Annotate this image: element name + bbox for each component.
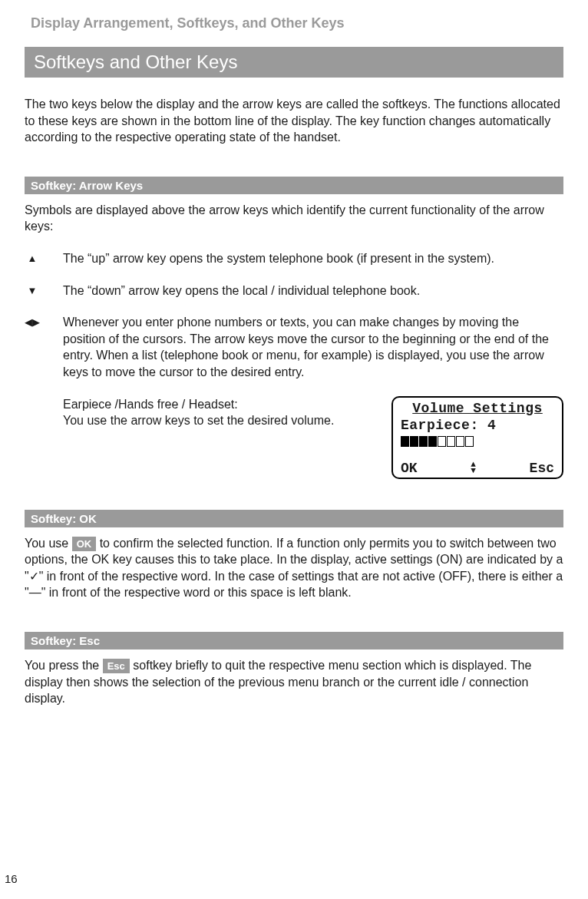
volume-bar-segment: [428, 436, 437, 447]
arrow-leftright-text: Whenever you enter phone numbers or text…: [63, 314, 563, 380]
ok-key-chip: OK: [72, 537, 97, 552]
volume-text: Earpiece /Hands free / Headset: You use …: [63, 396, 368, 479]
page-header-title: Display Arrangement, Softkeys, and Other…: [31, 15, 563, 31]
arrow-item-up: ▲ The “up” arrow key opens the system te…: [25, 250, 563, 267]
ok-heading: Softkey: OK: [25, 510, 563, 527]
volume-line2: You use the arrow keys to set the desire…: [63, 414, 334, 427]
esc-key-chip: Esc: [103, 659, 130, 674]
volume-row: Earpiece /Hands free / Headset: You use …: [25, 396, 563, 479]
volume-bar-segment: [419, 436, 428, 447]
ok-post-text: to confirm the selected function. If a f…: [25, 537, 563, 600]
intro-paragraph: The two keys below the display and the a…: [25, 96, 563, 146]
arrow-down-icon: ▼: [25, 283, 40, 296]
arrow-item-down: ▼ The “down” arrow key opens the local /…: [25, 283, 563, 299]
lcd-title: Volume Settings: [393, 401, 562, 416]
ok-pre-text: You use: [25, 537, 72, 550]
arrow-down-text: The “down” arrow key opens the local / i…: [63, 283, 563, 299]
page-number: 16: [5, 872, 18, 885]
arrow-keys-intro: Symbols are displayed above the arrow ke…: [25, 202, 563, 235]
lcd-display: Volume Settings Earpiece: 4 OK ▲▼ Esc: [391, 396, 563, 479]
arrow-leftright-icon: ◀▶: [25, 314, 40, 328]
main-heading: Softkeys and Other Keys: [25, 47, 563, 78]
lcd-updown-icon: ▲▼: [471, 462, 476, 474]
lcd-line-earpiece: Earpiece: 4: [393, 418, 562, 433]
volume-bar-segment: [401, 436, 409, 447]
arrow-up-text: The “up” arrow key opens the system tele…: [63, 250, 563, 267]
esc-paragraph: You press the Esc softkey briefly to qui…: [25, 657, 563, 707]
volume-bar-segment: [410, 436, 418, 447]
lcd-softkey-row: OK ▲▼ Esc: [393, 461, 562, 476]
esc-pre-text: You press the: [25, 659, 103, 672]
esc-heading: Softkey: Esc: [25, 632, 563, 649]
volume-bar-segment: [465, 436, 474, 447]
volume-bar-segment: [447, 436, 455, 447]
volume-line1: Earpiece /Hands free / Headset:: [63, 398, 238, 411]
arrow-up-icon: ▲: [25, 250, 40, 264]
arrow-keys-heading: Softkey: Arrow Keys: [25, 177, 563, 194]
lcd-volume-bars: [393, 436, 562, 447]
volume-bar-segment: [456, 436, 464, 447]
arrow-item-leftright: ◀▶ Whenever you enter phone numbers or t…: [25, 314, 563, 380]
lcd-softkey-ok: OK: [401, 461, 418, 476]
volume-bar-segment: [438, 436, 446, 447]
ok-paragraph: You use OK to confirm the selected funct…: [25, 535, 563, 601]
lcd-softkey-esc: Esc: [530, 461, 554, 476]
